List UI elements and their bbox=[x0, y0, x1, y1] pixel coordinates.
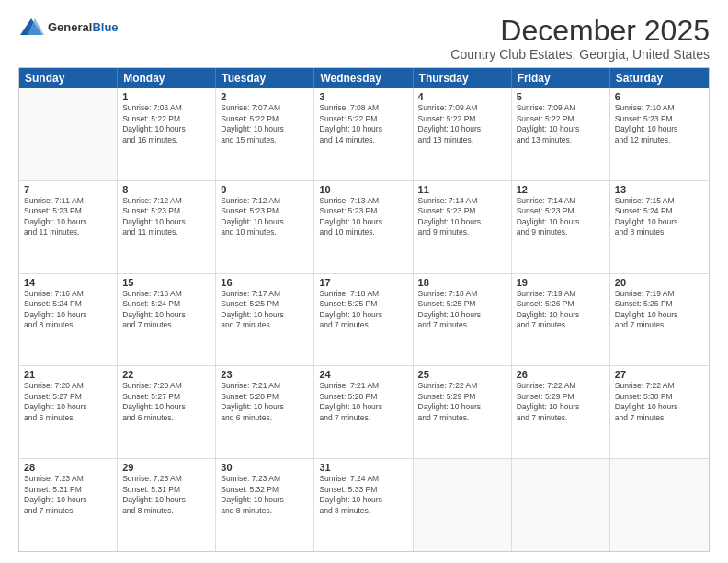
day-number: 18 bbox=[418, 277, 506, 288]
day-info: Sunrise: 7:22 AM Sunset: 5:30 PM Dayligh… bbox=[615, 381, 704, 423]
day-number: 21 bbox=[24, 369, 112, 380]
day-number: 30 bbox=[221, 462, 309, 473]
calendar-day-16: 16Sunrise: 7:17 AM Sunset: 5:25 PM Dayli… bbox=[216, 274, 314, 366]
calendar-day-13: 13Sunrise: 7:15 AM Sunset: 5:24 PM Dayli… bbox=[610, 181, 709, 273]
day-info: Sunrise: 7:23 AM Sunset: 5:31 PM Dayligh… bbox=[122, 474, 210, 516]
day-info: Sunrise: 7:06 AM Sunset: 5:22 PM Dayligh… bbox=[122, 103, 210, 145]
calendar-day-18: 18Sunrise: 7:18 AM Sunset: 5:25 PM Dayli… bbox=[414, 274, 512, 366]
calendar-day-9: 9Sunrise: 7:12 AM Sunset: 5:23 PM Daylig… bbox=[216, 181, 314, 273]
day-number: 7 bbox=[24, 184, 112, 195]
calendar-day-12: 12Sunrise: 7:14 AM Sunset: 5:23 PM Dayli… bbox=[512, 181, 610, 273]
day-number: 19 bbox=[517, 277, 605, 288]
header-day-saturday: Saturday bbox=[610, 68, 709, 88]
day-info: Sunrise: 7:09 AM Sunset: 5:22 PM Dayligh… bbox=[418, 103, 506, 145]
header: GeneralBlue December 2025 Country Club E… bbox=[18, 15, 710, 62]
logo-area: GeneralBlue bbox=[18, 15, 119, 40]
calendar-week-3: 14Sunrise: 7:16 AM Sunset: 5:24 PM Dayli… bbox=[19, 274, 709, 367]
day-info: Sunrise: 7:22 AM Sunset: 5:29 PM Dayligh… bbox=[418, 381, 506, 423]
day-info: Sunrise: 7:14 AM Sunset: 5:23 PM Dayligh… bbox=[517, 196, 605, 238]
calendar-day-29: 29Sunrise: 7:23 AM Sunset: 5:31 PM Dayli… bbox=[118, 459, 216, 551]
calendar-day-10: 10Sunrise: 7:13 AM Sunset: 5:23 PM Dayli… bbox=[314, 181, 413, 273]
day-number: 31 bbox=[319, 462, 407, 473]
day-info: Sunrise: 7:17 AM Sunset: 5:25 PM Dayligh… bbox=[221, 289, 309, 331]
day-number: 4 bbox=[418, 91, 506, 102]
calendar-day-28: 28Sunrise: 7:23 AM Sunset: 5:31 PM Dayli… bbox=[19, 459, 118, 551]
day-info: Sunrise: 7:16 AM Sunset: 5:24 PM Dayligh… bbox=[122, 289, 210, 331]
calendar-day-1: 1Sunrise: 7:06 AM Sunset: 5:22 PM Daylig… bbox=[118, 88, 216, 180]
calendar-day-26: 26Sunrise: 7:22 AM Sunset: 5:29 PM Dayli… bbox=[512, 366, 610, 458]
day-info: Sunrise: 7:21 AM Sunset: 5:28 PM Dayligh… bbox=[221, 381, 309, 423]
day-number: 5 bbox=[517, 91, 605, 102]
calendar-day-5: 5Sunrise: 7:09 AM Sunset: 5:22 PM Daylig… bbox=[512, 88, 610, 180]
calendar-day-7: 7Sunrise: 7:11 AM Sunset: 5:23 PM Daylig… bbox=[19, 181, 118, 273]
calendar-day-22: 22Sunrise: 7:20 AM Sunset: 5:27 PM Dayli… bbox=[118, 366, 216, 458]
calendar-day-17: 17Sunrise: 7:18 AM Sunset: 5:25 PM Dayli… bbox=[314, 274, 413, 366]
day-number: 16 bbox=[221, 277, 309, 288]
calendar-day-30: 30Sunrise: 7:23 AM Sunset: 5:32 PM Dayli… bbox=[216, 459, 314, 551]
day-number: 12 bbox=[517, 184, 605, 195]
day-info: Sunrise: 7:08 AM Sunset: 5:22 PM Dayligh… bbox=[319, 103, 407, 145]
calendar: SundayMondayTuesdayWednesdayThursdayFrid… bbox=[18, 67, 710, 552]
day-info: Sunrise: 7:14 AM Sunset: 5:23 PM Dayligh… bbox=[418, 196, 506, 238]
calendar-empty-cell bbox=[19, 88, 118, 180]
day-number: 15 bbox=[122, 277, 210, 288]
day-number: 17 bbox=[319, 277, 407, 288]
day-number: 3 bbox=[319, 91, 407, 102]
page: GeneralBlue December 2025 Country Club E… bbox=[0, 0, 728, 563]
header-day-tuesday: Tuesday bbox=[216, 68, 314, 88]
logo-icon bbox=[18, 15, 44, 40]
calendar-day-2: 2Sunrise: 7:07 AM Sunset: 5:22 PM Daylig… bbox=[216, 88, 314, 180]
day-number: 23 bbox=[221, 369, 309, 380]
day-number: 8 bbox=[122, 184, 210, 195]
day-info: Sunrise: 7:19 AM Sunset: 5:26 PM Dayligh… bbox=[517, 289, 605, 331]
header-day-wednesday: Wednesday bbox=[314, 68, 413, 88]
calendar-body: 1Sunrise: 7:06 AM Sunset: 5:22 PM Daylig… bbox=[19, 88, 709, 551]
calendar-day-20: 20Sunrise: 7:19 AM Sunset: 5:26 PM Dayli… bbox=[610, 274, 709, 366]
calendar-week-1: 1Sunrise: 7:06 AM Sunset: 5:22 PM Daylig… bbox=[19, 88, 709, 181]
header-day-friday: Friday bbox=[512, 68, 610, 88]
calendar-header-row: SundayMondayTuesdayWednesdayThursdayFrid… bbox=[19, 68, 709, 88]
calendar-day-3: 3Sunrise: 7:08 AM Sunset: 5:22 PM Daylig… bbox=[314, 88, 413, 180]
day-info: Sunrise: 7:24 AM Sunset: 5:33 PM Dayligh… bbox=[319, 474, 407, 516]
day-number: 11 bbox=[418, 184, 506, 195]
day-number: 20 bbox=[615, 277, 704, 288]
title-area: December 2025 Country Club Estates, Geor… bbox=[450, 15, 710, 62]
day-info: Sunrise: 7:16 AM Sunset: 5:24 PM Dayligh… bbox=[24, 289, 112, 331]
header-day-thursday: Thursday bbox=[414, 68, 512, 88]
day-number: 28 bbox=[24, 462, 112, 473]
day-info: Sunrise: 7:19 AM Sunset: 5:26 PM Dayligh… bbox=[615, 289, 704, 331]
location-title: Country Club Estates, Georgia, United St… bbox=[450, 47, 710, 62]
calendar-day-15: 15Sunrise: 7:16 AM Sunset: 5:24 PM Dayli… bbox=[118, 274, 216, 366]
day-number: 14 bbox=[24, 277, 112, 288]
day-number: 29 bbox=[122, 462, 210, 473]
calendar-day-14: 14Sunrise: 7:16 AM Sunset: 5:24 PM Dayli… bbox=[19, 274, 118, 366]
day-number: 27 bbox=[615, 369, 704, 380]
calendar-empty-cell bbox=[610, 459, 709, 551]
calendar-day-25: 25Sunrise: 7:22 AM Sunset: 5:29 PM Dayli… bbox=[414, 366, 512, 458]
day-info: Sunrise: 7:20 AM Sunset: 5:27 PM Dayligh… bbox=[24, 381, 112, 423]
day-number: 6 bbox=[615, 91, 704, 102]
day-number: 24 bbox=[319, 369, 407, 380]
calendar-day-27: 27Sunrise: 7:22 AM Sunset: 5:30 PM Dayli… bbox=[610, 366, 709, 458]
day-info: Sunrise: 7:18 AM Sunset: 5:25 PM Dayligh… bbox=[319, 289, 407, 331]
header-day-sunday: Sunday bbox=[19, 68, 118, 88]
calendar-day-21: 21Sunrise: 7:20 AM Sunset: 5:27 PM Dayli… bbox=[19, 366, 118, 458]
calendar-day-4: 4Sunrise: 7:09 AM Sunset: 5:22 PM Daylig… bbox=[414, 88, 512, 180]
logo-text: GeneralBlue bbox=[48, 20, 119, 35]
calendar-day-6: 6Sunrise: 7:10 AM Sunset: 5:23 PM Daylig… bbox=[610, 88, 709, 180]
calendar-day-31: 31Sunrise: 7:24 AM Sunset: 5:33 PM Dayli… bbox=[314, 459, 413, 551]
day-info: Sunrise: 7:23 AM Sunset: 5:31 PM Dayligh… bbox=[24, 474, 112, 516]
calendar-day-23: 23Sunrise: 7:21 AM Sunset: 5:28 PM Dayli… bbox=[216, 366, 314, 458]
day-info: Sunrise: 7:07 AM Sunset: 5:22 PM Dayligh… bbox=[221, 103, 309, 145]
day-info: Sunrise: 7:12 AM Sunset: 5:23 PM Dayligh… bbox=[221, 196, 309, 238]
calendar-empty-cell bbox=[414, 459, 512, 551]
header-day-monday: Monday bbox=[118, 68, 216, 88]
day-info: Sunrise: 7:21 AM Sunset: 5:28 PM Dayligh… bbox=[319, 381, 407, 423]
day-info: Sunrise: 7:10 AM Sunset: 5:23 PM Dayligh… bbox=[615, 103, 704, 145]
day-number: 22 bbox=[122, 369, 210, 380]
month-title: December 2025 bbox=[450, 15, 710, 47]
logo-general: General bbox=[48, 20, 92, 34]
calendar-empty-cell bbox=[512, 459, 610, 551]
calendar-day-24: 24Sunrise: 7:21 AM Sunset: 5:28 PM Dayli… bbox=[314, 366, 413, 458]
calendar-week-4: 21Sunrise: 7:20 AM Sunset: 5:27 PM Dayli… bbox=[19, 366, 709, 459]
